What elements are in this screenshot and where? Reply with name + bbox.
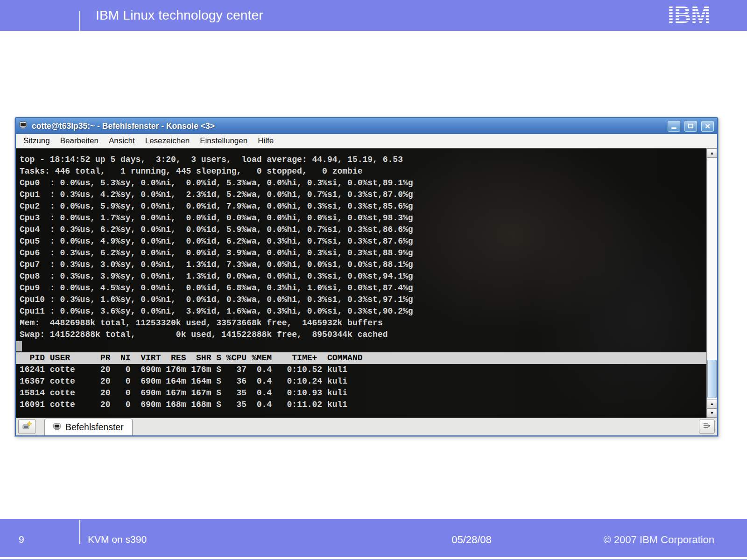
minimize-icon: [671, 127, 677, 129]
slide-header-band: IBM Linux technology center IBM: [0, 0, 747, 31]
terminal-viewport[interactable]: top - 18:14:52 up 5 days, 3:20, 3 users,…: [16, 148, 706, 418]
process-row: 15814 cotte 20 0 690m 167m 167m S 35 0.4…: [16, 387, 706, 399]
ibm-logo: IBM: [668, 3, 725, 28]
scrollbar-thumb[interactable]: [707, 360, 717, 398]
window-title: cotte@t63lp35:~ - Befehlsfenster - Konso…: [32, 121, 215, 131]
process-row: 16241 cotte 20 0 690m 176m 176m S 37 0.4…: [16, 364, 706, 376]
scroll-up-button-bottom[interactable]: ▲: [707, 399, 717, 408]
terminal-cursor: [16, 341, 22, 351]
terminal-line: Mem: 44826988k total, 11253320k used, 33…: [16, 317, 706, 329]
footer-date: 05/28/08: [420, 534, 523, 546]
tab-label: Befehlsfenster: [65, 422, 124, 433]
top-table-header: PID USER PR NI VIRT RES SHR S %CPU %MEM …: [16, 352, 706, 364]
scroll-up-button[interactable]: ▲: [707, 148, 717, 158]
window-terminal-icon: [19, 121, 28, 131]
process-row: 16091 cotte 20 0 690m 168m 168m S 35 0.4…: [16, 399, 706, 411]
tab-befehlsfenster[interactable]: Befehlsfenster: [44, 419, 133, 435]
close-icon: ✕: [705, 123, 711, 130]
scroll-down-button[interactable]: ▼: [707, 408, 717, 418]
menu-item[interactable]: Einstellungen: [195, 135, 253, 147]
terminal-line: Cpu11 : 0.0%us, 3.6%sy, 0.0%ni, 3.9%id, …: [16, 306, 706, 317]
terminal-line: Swap: 141522888k total, 0k used, 1415228…: [16, 329, 706, 341]
session-list-icon: [703, 422, 711, 431]
footer-section-title: KVM on s390: [88, 534, 147, 545]
session-list-button[interactable]: [699, 420, 715, 434]
page-number: 9: [19, 534, 24, 545]
menu-item[interactable]: Bearbeiten: [55, 135, 104, 147]
scroll-down-icon: ▼: [710, 411, 714, 415]
menu-item[interactable]: Hilfe: [253, 135, 279, 147]
process-row: 16367 cotte 20 0 690m 164m 164m S 36 0.4…: [16, 376, 706, 387]
maximize-button[interactable]: [684, 121, 697, 132]
terminal-scrollbar[interactable]: ▲ ▲ ▼: [706, 148, 717, 418]
terminal-line: Cpu10 : 0.3%us, 1.6%sy, 0.0%ni, 0.0%id, …: [16, 294, 706, 306]
terminal-line: Cpu2 : 0.0%us, 5.9%sy, 0.0%ni, 0.0%id, 7…: [16, 201, 706, 212]
close-button[interactable]: ✕: [701, 121, 714, 132]
menu-item[interactable]: Ansicht: [104, 135, 140, 147]
terminal-line: top - 18:14:52 up 5 days, 3:20, 3 users,…: [16, 154, 706, 166]
terminal-line: Cpu0 : 0.0%us, 5.3%sy, 0.0%ni, 0.0%id, 5…: [16, 177, 706, 189]
terminal-line: Cpu7 : 0.3%us, 3.0%sy, 0.0%ni, 1.3%id, 7…: [16, 259, 706, 271]
slide-header-title: IBM Linux technology center: [96, 0, 263, 31]
window-titlebar[interactable]: cotte@t63lp35:~ - Befehlsfenster - Konso…: [16, 118, 717, 134]
terminal-line: Cpu5 : 0.0%us, 4.9%sy, 0.0%ni, 0.0%id, 6…: [16, 236, 706, 247]
new-session-icon: [22, 421, 32, 432]
new-session-button[interactable]: [18, 419, 35, 434]
footer-divider: [79, 520, 80, 544]
scrollbar-track[interactable]: [707, 158, 717, 399]
terminal-line: Cpu4 : 0.3%us, 6.2%sy, 0.0%ni, 0.0%id, 5…: [16, 224, 706, 236]
session-tab-bar: Befehlsfenster: [16, 418, 717, 435]
terminal-cursor-line: [16, 341, 706, 352]
footer-copyright: © 2007 IBM Corporation: [603, 534, 714, 546]
header-divider: [79, 11, 80, 31]
terminal-line: Cpu1 : 0.3%us, 4.2%sy, 0.0%ni, 2.3%id, 5…: [16, 189, 706, 201]
terminal-line: Cpu6 : 0.3%us, 6.2%sy, 0.0%ni, 0.0%id, 3…: [16, 247, 706, 259]
scroll-up-icon: ▲: [710, 151, 714, 155]
terminal-line: Tasks: 446 total, 1 running, 445 sleepin…: [16, 166, 706, 177]
scroll-up-icon: ▲: [710, 401, 714, 406]
menu-item[interactable]: Lesezeichen: [140, 135, 195, 147]
terminal-line: Cpu3 : 0.0%us, 1.7%sy, 0.0%ni, 0.0%id, 0…: [16, 212, 706, 224]
menu-bar: SitzungBearbeitenAnsichtLesezeichenEinst…: [16, 134, 717, 148]
konsole-window: cotte@t63lp35:~ - Befehlsfenster - Konso…: [15, 117, 718, 436]
menu-item[interactable]: Sitzung: [18, 135, 55, 147]
terminal-line: Cpu9 : 0.0%us, 4.5%sy, 0.0%ni, 0.0%id, 6…: [16, 282, 706, 294]
terminal-line: Cpu8 : 0.3%us, 3.9%sy, 0.0%ni, 1.3%id, 0…: [16, 271, 706, 282]
minimize-button[interactable]: [668, 121, 680, 132]
slide-footer-band: 9 KVM on s390 05/28/08 © 2007 IBM Corpor…: [0, 519, 747, 557]
maximize-icon: [688, 124, 693, 128]
tab-terminal-icon: [53, 422, 61, 433]
